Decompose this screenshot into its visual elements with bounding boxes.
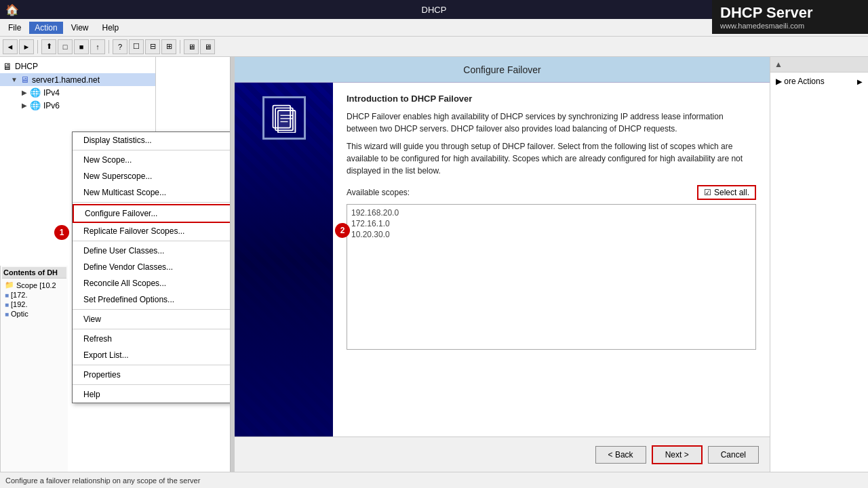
wizard-panel: Configure Failover I bbox=[233, 57, 770, 472]
sidebar-scroll-up-arrow[interactable]: ▲ bbox=[774, 60, 783, 69]
wizard-icon-box bbox=[262, 96, 306, 140]
toolbar-back[interactable]: ◄ bbox=[3, 39, 18, 54]
ctx-display-statistics[interactable]: Display Statistics... bbox=[73, 132, 231, 148]
ctx-new-multicast-scope[interactable]: New Multicast Scope... bbox=[73, 184, 231, 201]
right-sidebar-header: ▲ bbox=[770, 57, 868, 73]
scopes-label: Available scopes: bbox=[347, 188, 410, 197]
wizard-body: Introduction to DHCP Failover DHCP Failo… bbox=[235, 83, 770, 436]
ipv6-icon: 🌐 bbox=[30, 100, 41, 110]
contents-label-0: Scope [10.2 bbox=[16, 281, 56, 289]
scopes-list[interactable]: 192.168.20.0 172.16.1.0 10.20.30.0 bbox=[347, 204, 756, 350]
toolbar-scope1[interactable]: ⊟ bbox=[145, 39, 160, 54]
select-all-checkbox-icon: ☑ bbox=[704, 188, 711, 197]
scope-entry-1[interactable]: 172.16.1.0 bbox=[351, 218, 751, 229]
ctx-view[interactable]: View ▶ bbox=[73, 311, 231, 327]
tree-root[interactable]: 🖥 DHCP bbox=[0, 60, 155, 73]
expand-ipv4-icon: ▶ bbox=[22, 89, 27, 96]
select-all-button[interactable]: ☑ Select all. bbox=[697, 185, 756, 200]
ctx-sep-2 bbox=[73, 202, 231, 203]
ctx-sep-3 bbox=[73, 241, 231, 241]
brand-url: www.hamedesmaeili.com bbox=[720, 22, 860, 30]
contents-item-3[interactable]: ■ Optic bbox=[3, 309, 65, 319]
menu-action[interactable]: Action bbox=[29, 22, 62, 34]
brand-banner: DHCP Server www.hamedesmaeili.com bbox=[712, 0, 868, 34]
brand-title: DHCP Server bbox=[720, 4, 860, 22]
scope-entry-0[interactable]: 192.168.20.0 bbox=[351, 207, 751, 218]
toolbar-toggle[interactable]: ■ bbox=[74, 39, 89, 54]
toolbar-up[interactable]: ⬆ bbox=[41, 39, 56, 54]
app-logo: 🏠 bbox=[5, 3, 19, 16]
expand-ipv6-icon: ▶ bbox=[22, 102, 27, 109]
toolbar-monitor2[interactable]: 🖥 bbox=[200, 39, 215, 54]
dhcp-icon: 🖥 bbox=[3, 61, 12, 72]
contents-label-3: Optic bbox=[11, 310, 28, 318]
tree-item-server[interactable]: ▼ 🖥 server1.hamed.net bbox=[0, 73, 155, 86]
ctx-set-predefined-options[interactable]: Set Predefined Options... bbox=[73, 291, 231, 308]
wizard-content: Introduction to DHCP Failover DHCP Failo… bbox=[333, 83, 770, 436]
step-2-circle: 2 bbox=[335, 223, 350, 238]
ctx-view-label: View bbox=[83, 314, 101, 324]
contents-item-2[interactable]: ■ [192. bbox=[3, 300, 65, 309]
step-1-circle: 1 bbox=[54, 225, 69, 240]
wizard-footer: < Back Next > Cancel bbox=[235, 436, 770, 472]
status-bar: Configure a failover relationship on any… bbox=[0, 472, 868, 488]
toolbar-properties[interactable]: ☐ bbox=[129, 39, 144, 54]
next-button[interactable]: Next > bbox=[652, 445, 703, 464]
toolbar-export[interactable]: ? bbox=[113, 39, 127, 54]
menu-help[interactable]: Help bbox=[97, 22, 125, 34]
menu-file[interactable]: File bbox=[3, 22, 26, 34]
ctx-help[interactable]: Help bbox=[73, 386, 231, 403]
contents-label-1: [172. bbox=[11, 291, 27, 299]
main-layout: 🖥 DHCP ▼ 🖥 server1.hamed.net ▶ 🌐 IPv4 ▶ … bbox=[0, 57, 868, 472]
ctx-sep-1 bbox=[73, 150, 231, 150]
toolbar-scope2[interactable]: ⊞ bbox=[161, 39, 176, 54]
server-icon: 🖥 bbox=[20, 75, 29, 85]
scope-icon-3: ■ bbox=[5, 310, 9, 318]
toolbar-monitor[interactable]: 🖥 bbox=[184, 39, 199, 54]
more-actions-item[interactable]: ▶ ore Actions ▶ bbox=[770, 73, 868, 90]
tree-server-label: server1.hamed.net bbox=[32, 75, 100, 85]
scope-entry-2[interactable]: 10.20.30.0 bbox=[351, 229, 751, 240]
left-panel: 🖥 DHCP ▼ 🖥 server1.hamed.net ▶ 🌐 IPv4 ▶ … bbox=[0, 57, 231, 472]
menu-view[interactable]: View bbox=[66, 22, 94, 34]
toolbar-refresh2[interactable]: ↑ bbox=[90, 39, 105, 54]
select-all-label: Select all. bbox=[714, 188, 749, 197]
ctx-reconcile-all-scopes[interactable]: Reconcile All Scopes... bbox=[73, 275, 231, 291]
contents-label-2: [192. bbox=[11, 300, 27, 308]
back-button[interactable]: < Back bbox=[595, 446, 646, 464]
ctx-refresh[interactable]: Refresh bbox=[73, 331, 231, 347]
scopes-header: Available scopes: ☑ Select all. bbox=[347, 185, 756, 200]
wizard-blue-panel bbox=[235, 83, 333, 436]
ctx-define-user-classes[interactable]: Define User Classes... bbox=[73, 243, 231, 259]
toolbar: ◄ ► ⬆ □ ■ ↑ ? ☐ ⊟ ⊞ 🖥 🖥 bbox=[0, 37, 868, 57]
toolbar-forward[interactable]: ► bbox=[19, 39, 34, 54]
folder-icon-0: 📁 bbox=[5, 281, 14, 289]
tree-ipv6-label: IPv6 bbox=[43, 101, 60, 110]
ctx-new-superscope[interactable]: New Superscope... bbox=[73, 168, 231, 184]
contents-item-0[interactable]: 📁 Scope [10.2 bbox=[3, 280, 65, 290]
tree-item-ipv4[interactable]: ▶ 🌐 IPv4 bbox=[0, 86, 155, 99]
tree-item-ipv6[interactable]: ▶ 🌐 IPv6 bbox=[0, 99, 155, 112]
more-actions-label-text: ▶ ore Actions bbox=[776, 77, 825, 86]
ctx-sep-5 bbox=[73, 329, 231, 329]
right-sidebar: ▲ ▶ ore Actions ▶ bbox=[770, 57, 868, 472]
ctx-export-list[interactable]: Export List... bbox=[73, 347, 231, 363]
wizard-intro-para-1: DHCP Failover enables high availability … bbox=[347, 110, 756, 135]
contents-pane: Contents of DH 📁 Scope [10.2 ■ [172. ■ [… bbox=[0, 266, 68, 472]
scopes-section: Available scopes: ☑ Select all. 192.168.… bbox=[347, 185, 756, 350]
ipv4-icon: 🌐 bbox=[30, 87, 41, 98]
ctx-configure-failover[interactable]: Configure Failover... bbox=[73, 204, 231, 223]
ctx-sep-6 bbox=[73, 365, 231, 365]
more-actions-prefix: ▶ bbox=[776, 77, 784, 86]
window-title: DHCP bbox=[422, 5, 447, 15]
toolbar-show-hide[interactable]: □ bbox=[58, 39, 73, 54]
cancel-button[interactable]: Cancel bbox=[708, 446, 759, 464]
contents-item-1[interactable]: ■ [172. bbox=[3, 290, 65, 300]
ctx-define-vendor-classes[interactable]: Define Vendor Classes... bbox=[73, 259, 231, 275]
wizard-header: Configure Failover bbox=[235, 57, 770, 83]
ctx-replicate-failover[interactable]: Replicate Failover Scopes... bbox=[73, 223, 231, 239]
ctx-properties[interactable]: Properties bbox=[73, 367, 231, 383]
server-pages-icon bbox=[269, 103, 299, 133]
wizard-title: Configure Failover bbox=[463, 64, 540, 75]
ctx-new-scope[interactable]: New Scope... bbox=[73, 152, 231, 168]
